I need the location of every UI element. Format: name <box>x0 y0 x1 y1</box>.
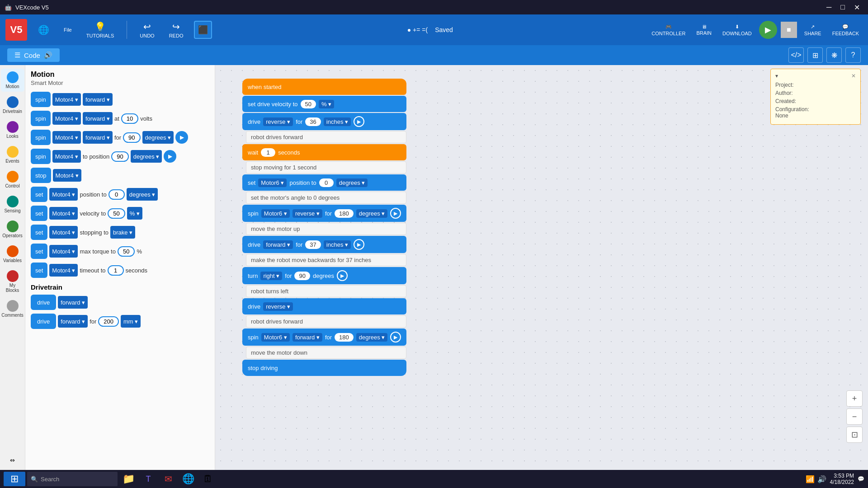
motor4-dropdown2[interactable]: Motor4 ▾ <box>52 112 81 125</box>
motor6-dd3[interactable]: Motor6 ▾ <box>261 333 290 342</box>
motor4-set-dd4[interactable]: Motor4 ▾ <box>49 245 78 258</box>
code-view-button[interactable]: </> <box>788 47 804 63</box>
forward-dropdown2[interactable]: forward ▾ <box>83 112 113 125</box>
sidebar-item-looks[interactable]: Looks <box>1 118 24 141</box>
block-drive1[interactable]: drive forward ▾ <box>31 295 209 310</box>
reverse-dd3[interactable]: reverse ▾ <box>263 302 293 311</box>
degrees-dd5[interactable]: degrees ▾ <box>356 333 388 342</box>
stop-label[interactable]: stop <box>31 168 51 183</box>
set-drive-velocity-block[interactable]: set drive velocity to 50 % ▾ <box>242 96 406 112</box>
when-started-block[interactable]: when started set drive velocity to 50 % … <box>242 79 406 377</box>
block-spin3[interactable]: spin Motor4 ▾ forward ▾ for 90 degrees ▾… <box>31 130 209 145</box>
wait-oval[interactable]: 1 <box>261 148 275 157</box>
slot-button[interactable]: ⬛ <box>194 21 212 39</box>
degrees-oval2[interactable]: 180 <box>335 209 354 218</box>
play-btn2[interactable]: ▶ <box>164 150 176 163</box>
blocks-view-button[interactable]: ❋ <box>826 47 842 63</box>
drive-val[interactable]: 200 <box>98 316 119 327</box>
taskbar-file-explorer[interactable]: 📁 <box>119 470 137 488</box>
sidebar-item-drivetrain[interactable]: Drivetrain <box>1 94 24 117</box>
drive-forward-37-block[interactable]: drive forward ▾ for 37 inches ▾ ▶ <box>242 236 406 253</box>
sidebar-item-my-blocks[interactable]: My Blocks <box>1 267 24 296</box>
set-label3[interactable]: set <box>31 225 47 240</box>
degrees-oval4[interactable]: 90 <box>294 272 310 280</box>
mm-dropdown[interactable]: mm ▾ <box>121 315 141 328</box>
drive-btn1[interactable]: drive <box>31 295 56 310</box>
run-button[interactable]: ▶ <box>759 21 777 39</box>
motor4-set-dd5[interactable]: Motor4 ▾ <box>49 264 78 277</box>
stop-button[interactable]: ■ <box>781 22 797 38</box>
pct-dd-canvas[interactable]: % ▾ <box>319 100 334 108</box>
block-spin1[interactable]: spin Motor4 ▾ forward ▾ <box>31 92 209 107</box>
globe-button[interactable]: 🌐 <box>34 23 53 37</box>
play-canvas5[interactable]: ▶ <box>390 332 401 343</box>
zoom-in-button[interactable]: + <box>846 390 863 407</box>
motor6-dd1[interactable]: Motor6 ▾ <box>258 178 287 187</box>
motor4-dropdown3[interactable]: Motor4 ▾ <box>52 131 81 144</box>
right-dd[interactable]: right ▾ <box>260 272 282 280</box>
motor4-set-dd1[interactable]: Motor4 ▾ <box>49 188 78 201</box>
pct-dd1[interactable]: % ▾ <box>127 207 142 220</box>
motor6-dd2[interactable]: Motor6 ▾ <box>261 209 290 218</box>
sidebar-item-expand[interactable]: ⇔ <box>1 454 24 466</box>
block-set-stopping[interactable]: set Motor4 ▾ stopping to brake ▾ <box>31 225 209 240</box>
sidebar-item-comments[interactable]: Comments <box>1 297 24 320</box>
spin-label4[interactable]: spin <box>31 149 51 164</box>
degrees-value1[interactable]: 90 <box>123 132 140 143</box>
start-button[interactable]: ⊞ <box>4 472 25 486</box>
degrees-dd-canvas1[interactable]: degrees ▾ <box>336 178 368 187</box>
drive-reverse-block2[interactable]: drive reverse ▾ <box>242 298 406 314</box>
set-label4[interactable]: set <box>31 244 47 259</box>
brake-dropdown[interactable]: brake ▾ <box>110 226 135 239</box>
sidebar-item-control[interactable]: Control <box>1 168 24 191</box>
notes-close-button[interactable]: ✕ <box>851 73 856 79</box>
minimize-button[interactable]: ─ <box>823 2 835 13</box>
degrees-dropdown1[interactable]: degrees ▾ <box>142 131 174 144</box>
position-value[interactable]: 90 <box>111 151 128 162</box>
torque-val[interactable]: 50 <box>118 246 135 257</box>
sidebar-item-variables[interactable]: Variables <box>1 243 24 266</box>
turn-right-block[interactable]: turn right ▾ for 90 degrees ▶ <box>242 267 406 284</box>
drive-fwd-dd[interactable]: forward ▾ <box>58 296 88 309</box>
tutorials-button[interactable]: 💡 TUTORIALS <box>83 19 118 40</box>
when-started-label[interactable]: when started <box>242 79 406 95</box>
velocity-oval[interactable]: 50 <box>301 100 316 108</box>
block-set-velocity[interactable]: set Motor4 ▾ velocity to 50 % ▾ <box>31 206 209 221</box>
play-canvas4[interactable]: ▶ <box>337 270 348 281</box>
spin-label2[interactable]: spin <box>31 111 51 126</box>
controller-button[interactable]: 🎮 CONTROLLER <box>648 22 689 38</box>
sidebar-item-events[interactable]: Events <box>1 143 24 166</box>
play-canvas3[interactable]: ▶ <box>354 239 364 250</box>
zoom-out-button[interactable]: − <box>846 408 863 425</box>
forward-dd3[interactable]: forward ▾ <box>292 333 322 342</box>
search-bar[interactable]: 🔍 Search <box>27 472 118 486</box>
file-button[interactable]: File <box>60 25 75 34</box>
drive-btn2[interactable]: drive <box>31 314 56 329</box>
undo-button[interactable]: ↩ UNDO <box>136 19 158 40</box>
motor4-dropdown1[interactable]: Motor4 ▾ <box>52 93 81 106</box>
spin-label1[interactable]: spin <box>31 92 51 107</box>
taskbar-mail[interactable]: ✉ <box>159 470 177 488</box>
brain-button[interactable]: 🖥 BRAIN <box>693 22 715 38</box>
inches-dd3[interactable]: inches ▾ <box>324 240 351 249</box>
sidebar-item-sensing[interactable]: Sensing <box>1 193 24 216</box>
inches-dd1[interactable]: inches ▾ <box>324 117 351 126</box>
zoom-fit-button[interactable]: ⊡ <box>846 427 863 443</box>
set-label5[interactable]: set <box>31 263 47 278</box>
forward-dropdown3[interactable]: forward ▾ <box>83 131 113 144</box>
drive-fwd-dd2[interactable]: forward ▾ <box>58 315 88 328</box>
play-btn1[interactable]: ▶ <box>175 131 188 144</box>
sidebar-item-operators[interactable]: Operators <box>1 218 24 241</box>
wait-block[interactable]: wait 1 seconds <box>242 144 406 160</box>
motor4-dropdown4[interactable]: Motor4 ▾ <box>52 150 81 163</box>
block-set-timeout[interactable]: set Motor4 ▾ timeout to 1 seconds <box>31 263 209 278</box>
block-spin4[interactable]: spin Motor4 ▾ to position 90 degrees ▾ ▶ <box>31 149 209 164</box>
share-button[interactable]: ↗ SHARE <box>801 22 825 38</box>
set-motor6-position-block[interactable]: set Motor6 ▾ position to 0 degrees ▾ <box>242 174 406 191</box>
forward-dd-canvas[interactable]: forward ▾ <box>263 240 293 249</box>
sidebar-item-motion[interactable]: Motion <box>1 69 24 92</box>
notification-icon[interactable]: 💬 <box>858 476 864 482</box>
spin-label3[interactable]: spin <box>31 130 51 145</box>
vel-val[interactable]: 50 <box>108 208 125 219</box>
help-button[interactable]: ? <box>845 47 861 63</box>
